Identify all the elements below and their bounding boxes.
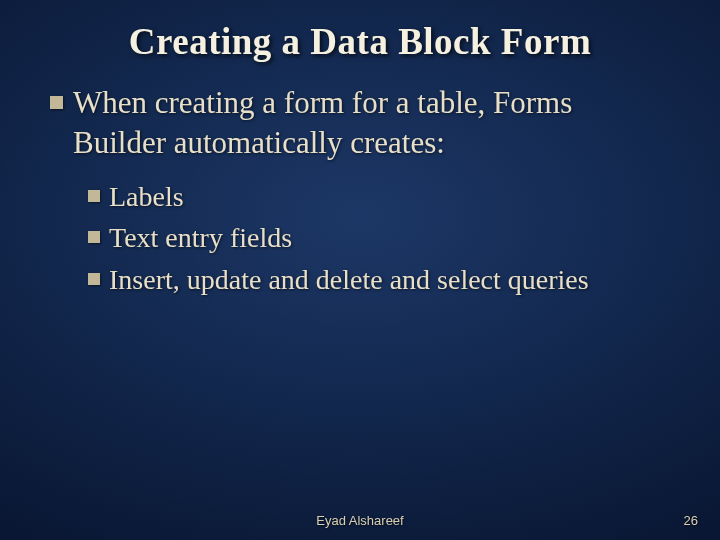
bullet-text: Labels bbox=[109, 178, 184, 216]
footer-author: Eyad Alshareef bbox=[0, 513, 720, 528]
bullet-level2: Insert, update and delete and select que… bbox=[88, 261, 670, 299]
bullet-text: When creating a form for a table, Forms … bbox=[73, 83, 670, 164]
page-number: 26 bbox=[684, 513, 698, 528]
slide-title: Creating a Data Block Form bbox=[0, 0, 720, 73]
bullet-level2: Labels bbox=[88, 178, 670, 216]
square-bullet-icon bbox=[50, 96, 63, 109]
square-bullet-icon bbox=[88, 273, 100, 285]
bullet-text: Insert, update and delete and select que… bbox=[109, 261, 589, 299]
bullet-text: Text entry fields bbox=[109, 219, 292, 257]
square-bullet-icon bbox=[88, 231, 100, 243]
square-bullet-icon bbox=[88, 190, 100, 202]
slide-body: When creating a form for a table, Forms … bbox=[0, 73, 720, 299]
bullet-level1: When creating a form for a table, Forms … bbox=[50, 83, 670, 164]
slide: Creating a Data Block Form When creating… bbox=[0, 0, 720, 540]
bullet-level2: Text entry fields bbox=[88, 219, 670, 257]
